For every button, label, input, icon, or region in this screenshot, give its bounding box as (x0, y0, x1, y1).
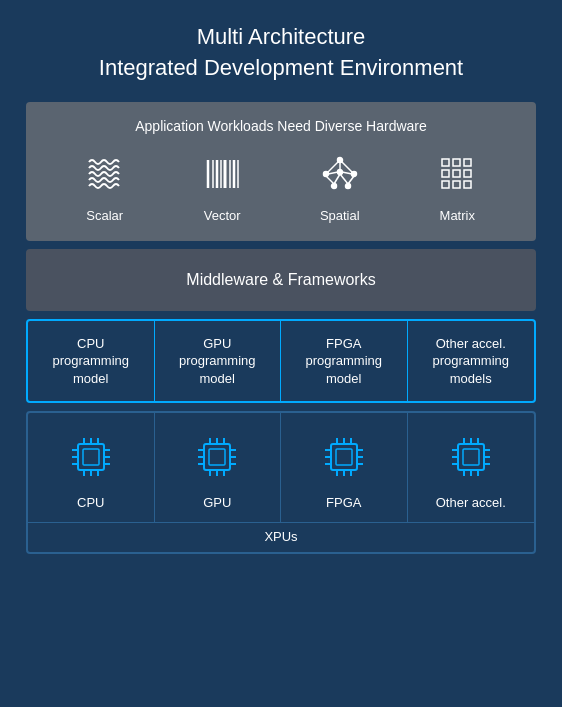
workloads-section: Application Workloads Need Diverse Hardw… (26, 102, 536, 241)
svg-rect-30 (453, 181, 460, 188)
svg-rect-32 (78, 444, 104, 470)
svg-rect-24 (453, 159, 460, 166)
prog-model-other: Other accel.programmingmodels (408, 321, 535, 402)
scalar-icon (79, 148, 131, 200)
xpu-gpu: GPU (155, 413, 282, 522)
svg-rect-28 (464, 170, 471, 177)
svg-rect-29 (442, 181, 449, 188)
svg-rect-26 (442, 170, 449, 177)
svg-rect-75 (463, 449, 479, 465)
svg-point-13 (337, 169, 342, 174)
gpu-chip-icon (189, 429, 245, 485)
middleware-title: Middleware & Frameworks (46, 271, 516, 289)
spatial-label: Spatial (320, 208, 360, 223)
svg-rect-47 (209, 449, 225, 465)
cpu-label: CPU (77, 495, 104, 510)
gpu-label: GPU (203, 495, 231, 510)
workloads-title: Application Workloads Need Diverse Hardw… (46, 118, 516, 134)
svg-line-16 (342, 172, 352, 174)
svg-rect-33 (83, 449, 99, 465)
xpus-grid: CPU (28, 413, 534, 522)
other-label: Other accel. (436, 495, 506, 510)
xpu-fpga: FPGA (281, 413, 408, 522)
main-container: Application Workloads Need Diverse Hardw… (26, 102, 536, 707)
workload-vector: Vector (177, 148, 267, 223)
svg-rect-23 (442, 159, 449, 166)
other-chip-icon (443, 429, 499, 485)
svg-line-19 (326, 176, 334, 184)
svg-line-15 (328, 172, 338, 174)
svg-line-18 (340, 174, 348, 184)
vector-label: Vector (204, 208, 241, 223)
workloads-icons: Scalar Vector (46, 148, 516, 223)
xpus-section: CPU (26, 411, 536, 554)
page-title: Multi Architecture Integrated Developmen… (79, 0, 483, 102)
svg-point-12 (345, 183, 350, 188)
fpga-chip-icon (316, 429, 372, 485)
spatial-icon (314, 148, 366, 200)
workload-spatial: Spatial (295, 148, 385, 223)
prog-model-gpu: GPUprogrammingmodel (155, 321, 282, 402)
svg-line-20 (348, 176, 354, 184)
prog-model-cpu: CPUprogrammingmodel (28, 321, 155, 402)
svg-rect-46 (204, 444, 230, 470)
svg-rect-31 (464, 181, 471, 188)
scalar-label: Scalar (86, 208, 123, 223)
xpu-other: Other accel. (408, 413, 535, 522)
xpus-footer: XPUs (28, 522, 534, 552)
svg-point-11 (331, 183, 336, 188)
svg-rect-27 (453, 170, 460, 177)
svg-rect-25 (464, 159, 471, 166)
workload-matrix: Matrix (412, 148, 502, 223)
vector-icon (196, 148, 248, 200)
programming-models-section: CPUprogrammingmodel GPUprogrammingmodel … (26, 319, 536, 404)
matrix-icon (431, 148, 483, 200)
matrix-label: Matrix (440, 208, 475, 223)
svg-rect-61 (336, 449, 352, 465)
svg-rect-60 (331, 444, 357, 470)
cpu-chip-icon (63, 429, 119, 485)
xpu-cpu: CPU (28, 413, 155, 522)
workload-scalar: Scalar (60, 148, 150, 223)
svg-rect-74 (458, 444, 484, 470)
fpga-label: FPGA (326, 495, 361, 510)
prog-model-fpga: FPGAprogrammingmodel (281, 321, 408, 402)
middleware-section: Middleware & Frameworks (26, 249, 536, 311)
svg-line-17 (334, 174, 340, 184)
